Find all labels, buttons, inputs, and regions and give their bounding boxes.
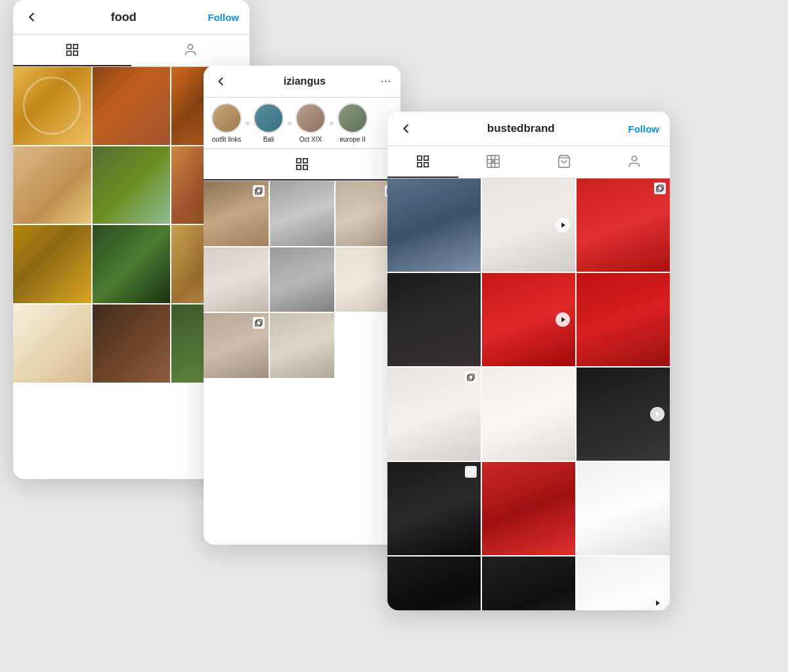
food-grid-cell[interactable]	[93, 304, 171, 383]
busted-grid-cell[interactable]	[577, 462, 670, 555]
svg-rect-2	[67, 51, 71, 55]
multi-post-indicator	[654, 182, 666, 194]
busted-grid-cell[interactable]	[577, 178, 670, 272]
svg-point-29	[632, 156, 637, 161]
iziangus-tab-bar	[204, 149, 401, 181]
play-indicator	[556, 312, 570, 327]
food-grid-cell[interactable]	[93, 67, 171, 145]
story-separator	[330, 121, 334, 125]
busted-grid-cell[interactable]	[482, 273, 575, 366]
busted-back-button[interactable]	[398, 121, 414, 136]
food-header: food Follow	[13, 0, 250, 35]
svg-rect-0	[67, 45, 71, 49]
busted-tab-shop[interactable]	[529, 146, 600, 178]
busted-grid-cell[interactable]	[577, 556, 670, 610]
busted-grid-cell[interactable]	[387, 556, 481, 610]
svg-point-21	[492, 161, 494, 162]
multi-post-indicator	[465, 466, 477, 478]
busted-tab-profile[interactable]	[600, 146, 670, 178]
story-highlight-europe[interactable]: europe II	[336, 103, 369, 143]
story-highlight-oct[interactable]: Oct XIX	[294, 103, 327, 143]
food-grid-cell[interactable]	[13, 225, 91, 303]
svg-rect-34	[468, 375, 473, 381]
svg-rect-31	[657, 186, 662, 192]
story-label: europe II	[339, 136, 365, 143]
iziangus-grid-cell[interactable]	[204, 247, 269, 312]
play-indicator	[556, 218, 570, 232]
iziangus-tab-grid[interactable]	[204, 149, 401, 180]
busted-grid-cell[interactable]	[482, 178, 575, 272]
svg-rect-8	[303, 165, 307, 169]
iziangus-more-button[interactable]: ···	[381, 75, 391, 87]
food-panel-title: food	[39, 10, 208, 24]
busted-tab-reels[interactable]	[458, 146, 529, 178]
iziangus-grid	[204, 181, 401, 378]
iziangus-panel-title: iziangus	[229, 75, 381, 87]
iziangus-grid-cell[interactable]	[270, 247, 335, 312]
svg-rect-7	[297, 165, 301, 169]
multi-post-indicator	[253, 317, 265, 329]
svg-rect-6	[303, 159, 307, 163]
svg-rect-5	[297, 159, 301, 163]
iziangus-grid-cell[interactable]	[270, 181, 335, 246]
play-indicator	[650, 596, 665, 610]
iziangus-story-highlights: outfit links Bali Oct XIX europe II	[204, 98, 401, 149]
svg-rect-13	[255, 321, 261, 326]
svg-rect-18	[424, 163, 428, 167]
busted-panel-title: bustedbrand	[414, 122, 628, 135]
svg-marker-30	[561, 222, 565, 228]
busted-header: bustedbrand Follow	[387, 112, 670, 146]
play-indicator	[650, 407, 665, 421]
back-button[interactable]	[24, 9, 39, 25]
svg-point-4	[188, 45, 192, 49]
busted-grid-cell[interactable]	[577, 273, 670, 366]
svg-marker-36	[656, 411, 660, 417]
busted-grid	[387, 178, 670, 610]
busted-grid-cell[interactable]	[387, 178, 481, 272]
food-tab-bar	[13, 35, 250, 67]
iziangus-grid-cell[interactable]	[204, 181, 269, 246]
iziangus-panel: iziangus ··· outfit links Bali Oct XIX e…	[204, 66, 401, 545]
food-follow-button[interactable]: Follow	[208, 12, 240, 23]
svg-rect-35	[469, 374, 474, 379]
busted-grid-cell[interactable]	[387, 273, 481, 366]
food-grid-cell[interactable]	[13, 67, 91, 145]
food-grid-cell[interactable]	[93, 225, 171, 303]
iziangus-grid-cell[interactable]	[270, 313, 335, 378]
food-tab-grid[interactable]	[13, 35, 131, 66]
multi-post-indicator	[253, 185, 265, 197]
busted-grid-cell[interactable]	[387, 462, 481, 555]
svg-rect-17	[418, 163, 422, 167]
iziangus-header: iziangus ···	[204, 66, 401, 98]
busted-follow-button[interactable]: Follow	[628, 123, 660, 135]
svg-rect-38	[469, 469, 474, 474]
busted-grid-cell[interactable]	[577, 368, 670, 461]
story-highlight-outfit[interactable]: outfit links	[210, 103, 243, 143]
busted-grid-cell[interactable]	[387, 368, 481, 461]
food-tab-profile[interactable]	[131, 35, 250, 66]
food-grid-cell[interactable]	[13, 304, 91, 383]
iziangus-back-button[interactable]	[213, 74, 229, 89]
busted-grid-cell[interactable]	[482, 556, 575, 610]
busted-grid-cell[interactable]	[482, 462, 575, 555]
svg-rect-1	[74, 45, 77, 49]
svg-rect-14	[257, 320, 262, 325]
svg-marker-33	[561, 317, 565, 322]
story-separator	[288, 121, 292, 125]
food-grid-cell[interactable]	[13, 146, 91, 224]
busted-tab-grid[interactable]	[387, 146, 458, 178]
story-label: Bali	[263, 136, 274, 143]
svg-rect-32	[658, 185, 663, 190]
iziangus-grid-cell[interactable]	[204, 313, 269, 378]
food-grid-cell[interactable]	[93, 146, 171, 224]
busted-panel: bustedbrand Follow	[387, 112, 670, 610]
busted-grid-cell[interactable]	[482, 368, 575, 461]
svg-rect-9	[255, 189, 261, 194]
svg-rect-3	[74, 51, 77, 55]
svg-rect-16	[424, 156, 428, 160]
svg-rect-15	[418, 156, 422, 160]
multi-post-indicator	[465, 371, 477, 383]
story-highlight-bali[interactable]: Bali	[252, 103, 285, 143]
story-separator	[246, 121, 250, 125]
story-label: Oct XIX	[299, 136, 322, 143]
